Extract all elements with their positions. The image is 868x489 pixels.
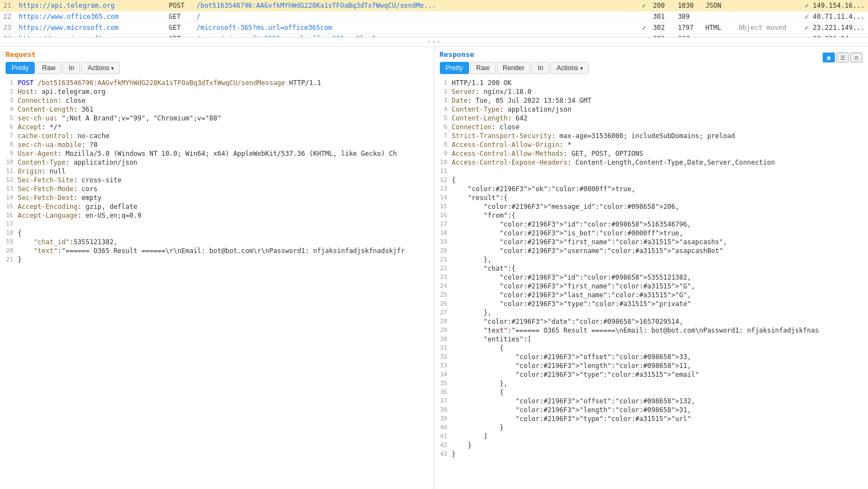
response-line: 4Content-Type: application/json xyxy=(434,105,869,114)
request-toolbar: Pretty Raw In Actions xyxy=(6,62,428,74)
response-line: 39 "color:#2196F3">"type":"color:#a31515… xyxy=(434,414,869,423)
view-toggle-list[interactable]: ☰ xyxy=(837,52,849,62)
response-line: 26 "color:#2196F3">"type":"color:#a31515… xyxy=(434,299,869,308)
request-line: 12Sec-Fetch-Site: cross-site xyxy=(0,176,434,185)
request-line: 7cache-control: no-cache xyxy=(0,132,434,140)
response-line: 36 { xyxy=(434,388,869,397)
response-line: 22 "chat":{ xyxy=(434,264,869,273)
response-line: 25 "color:#2196F3">"last_name":"color:#a… xyxy=(434,291,869,299)
response-header: Response Pretty Raw Render In Actions ▦ … xyxy=(434,47,869,76)
request-panel: Request Pretty Raw In Actions 1POST /bot… xyxy=(0,47,434,489)
request-line: 14Sec-Fetch-Dest: empty xyxy=(0,193,434,202)
response-line: 20 "color:#2196F3">"username":"color:#a3… xyxy=(434,246,869,255)
response-tab-pretty[interactable]: Pretty xyxy=(440,62,469,74)
response-line: 37 "color:#2196F3">"offset":"color:#0986… xyxy=(434,397,869,406)
response-line: 14 "result":{ xyxy=(434,193,869,202)
request-line: 4Content-Length: 361 xyxy=(0,105,434,114)
request-line: 18{ xyxy=(0,229,434,238)
response-line: 30 "entities":[ xyxy=(434,335,869,344)
request-line: 3Connection: close xyxy=(0,96,434,105)
panels-container: Request Pretty Raw In Actions 1POST /bot… xyxy=(0,46,868,489)
response-line: 43} xyxy=(434,450,869,459)
response-tab-in[interactable]: In xyxy=(532,62,549,74)
response-line: 7Strict-Transport-Security: max-age=3153… xyxy=(434,132,869,140)
response-line: 31 { xyxy=(434,344,869,353)
response-panel: Response Pretty Raw Render In Actions ▦ … xyxy=(434,47,869,489)
response-line: 23 "color:#2196F3">"id":"color:#098658">… xyxy=(434,273,869,282)
request-line: 5sec-ch-ua: ";Not A Brand";v="99", "Chro… xyxy=(0,114,434,123)
response-line: 17 "color:#2196F3">"id":"color:#098658">… xyxy=(434,220,869,229)
response-line: 11 xyxy=(434,167,869,176)
response-line: 19 "color:#2196F3">"first_name":"color:#… xyxy=(434,238,869,246)
response-line: 3Date: Tue, 05 Jul 2022 13:58:34 GMT xyxy=(434,96,869,105)
request-line: 17 xyxy=(0,220,434,229)
response-line: 15 "color:#2196F3">"message_id":"color:#… xyxy=(434,202,869,211)
response-tab-render[interactable]: Render xyxy=(497,62,530,74)
response-code-body: 1HTTP/1.1 200 OK2Server: nginx/1.18.03Da… xyxy=(434,76,869,489)
response-line: 16 "from":{ xyxy=(434,211,869,220)
response-line: 28 "color:#2196F3">"date":"color:#098658… xyxy=(434,317,869,326)
response-actions-button[interactable]: Actions xyxy=(550,62,588,74)
request-line: 21} xyxy=(0,255,434,264)
response-toolbar: Pretty Raw Render In Actions xyxy=(440,62,589,74)
response-tab-raw[interactable]: Raw xyxy=(470,62,496,74)
view-toggle-grid[interactable]: ▦ xyxy=(823,52,835,62)
response-line: 29 "text":"====== O365 Result ======\nEm… xyxy=(434,326,869,335)
view-toggle-split[interactable]: ⊟ xyxy=(850,52,862,62)
request-header: Request Pretty Raw In Actions xyxy=(0,47,434,76)
response-line: 32 "color:#2196F3">"offset":"color:#0986… xyxy=(434,353,869,361)
request-line: 1POST /bot5163546796:AAGvfkMYhWdG228Ka1s… xyxy=(0,78,434,87)
response-line: 1HTTP/1.1 200 OK xyxy=(434,78,869,87)
request-tab-raw[interactable]: Raw xyxy=(36,62,61,74)
response-line: 24 "color:#2196F3">"first_name":"color:#… xyxy=(434,282,869,291)
request-line: 9User-Agent: Mozilla/5.0 (Windows NT 10.… xyxy=(0,149,434,158)
response-line: 9Access-Control-Allow-Methods: GET, POST… xyxy=(434,149,869,158)
request-line: 11Origin: null xyxy=(0,167,434,176)
response-line: 34 "color:#2196F3">"type":"color:#a31515… xyxy=(434,370,869,379)
request-line: 19 "chat_id":5355121382, xyxy=(0,238,434,246)
request-line: 6Accept: */* xyxy=(0,123,434,132)
response-line: 2Server: nginx/1.18.0 xyxy=(434,87,869,96)
response-line: 35 }, xyxy=(434,379,869,388)
response-line: 21 }, xyxy=(434,255,869,264)
response-line: 8Access-Control-Allow-Origin: * xyxy=(434,140,869,149)
request-line: 2Host: api.telegram.org xyxy=(0,87,434,96)
request-title: Request xyxy=(6,50,428,59)
request-line: 10Content-Type: application/json xyxy=(0,158,434,167)
response-line: 6Connection: close xyxy=(434,123,869,132)
top-table: 21 https://api.telegram.org POST /bot516… xyxy=(0,0,868,38)
request-line: 15Accept-Encoding: gzip, deflate xyxy=(0,202,434,211)
request-line: 8sec-ch-ua-mobile: ?0 xyxy=(0,140,434,149)
divider-dots: ··· xyxy=(0,38,868,46)
request-code-body: 1POST /bot5163546796:AAGvfkMYhWdG228Ka1s… xyxy=(0,76,434,489)
request-tab-pretty[interactable]: Pretty xyxy=(6,62,35,74)
response-line: 38 "color:#2196F3">"length":"color:#0986… xyxy=(434,406,869,414)
response-line: 5Content-Length: 642 xyxy=(434,114,869,123)
request-line: 13Sec-Fetch-Mode: cors xyxy=(0,185,434,193)
response-line: 42 } xyxy=(434,441,869,450)
response-line: 10Access-Control-Expose-Headers: Content… xyxy=(434,158,869,167)
response-line: 41 ] xyxy=(434,432,869,441)
response-line: 12{ xyxy=(434,176,869,185)
response-title: Response xyxy=(440,50,589,59)
request-line: 20 "text":"====== O365 Result ======\r\n… xyxy=(0,246,434,255)
response-line: 27 }, xyxy=(434,308,869,317)
request-line: 16Accept-Language: en-US,en;q=0.9 xyxy=(0,211,434,220)
request-actions-button[interactable]: Actions xyxy=(81,62,119,74)
response-line: 13 "color:#2196F3">"ok":"color:#0000ff">… xyxy=(434,185,869,193)
view-toggle-group: ▦ ☰ ⊟ xyxy=(823,52,862,62)
request-tab-in[interactable]: In xyxy=(62,62,80,74)
response-line: 18 "color:#2196F3">"is_bot":"color:#0000… xyxy=(434,229,869,238)
response-line: 40 } xyxy=(434,423,869,432)
response-line: 33 "color:#2196F3">"length":"color:#0986… xyxy=(434,361,869,370)
